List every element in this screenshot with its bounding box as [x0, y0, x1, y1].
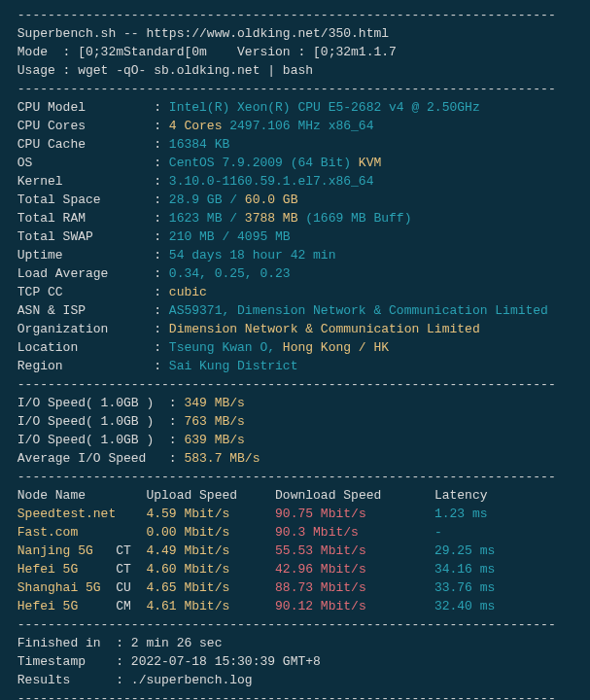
node-tag: [116, 507, 146, 521]
io-row: I/O Speed( 1.0GB ) : 349 MB/s: [10, 394, 580, 412]
sys-label: CPU Cores :: [10, 119, 169, 133]
node-tag: CT: [116, 543, 146, 558]
sys-label: Location :: [10, 340, 169, 355]
sys-row: Organization : Dimension Network & Commu…: [10, 320, 580, 338]
download-speed: 90.75 Mbit/s: [275, 507, 434, 521]
latency: -: [434, 525, 442, 540]
upload-speed: 4.59 Mbit/s: [146, 507, 275, 521]
speed-row: Shanghai 5G CU 4.65 Mbit/s 88.73 Mbit/s …: [10, 578, 580, 597]
sys-label: CPU Model :: [10, 100, 169, 115]
sys-value: 60.0 GB: [245, 192, 298, 207]
io-label: Average I/O Speed :: [10, 451, 184, 466]
io-label: I/O Speed( 1.0GB ) :: [10, 433, 184, 447]
latency: 33.76 ms: [434, 580, 495, 595]
sys-label: Total RAM :: [10, 211, 169, 226]
sys-row: ASN & ISP : AS59371, Dimension Network &…: [10, 301, 580, 320]
sys-value: 210 MB / 4095 MB: [169, 229, 291, 244]
sys-label: Load Average :: [10, 266, 169, 281]
sys-row: Region : Sai Kung District: [10, 357, 580, 375]
sys-row: TCP CC : cubic: [10, 283, 580, 301]
io-label: I/O Speed( 1.0GB ) :: [10, 414, 184, 429]
divider-line: ----------------------------------------…: [10, 615, 580, 634]
sys-value: Hong Kong / HK: [283, 340, 389, 355]
sys-value: CentOS 7.9.2009 (64 Bit): [169, 156, 351, 170]
sys-value: 0.34, 0.25, 0.23: [169, 266, 291, 281]
sys-label: OS :: [10, 156, 169, 170]
sys-row: Uptime : 54 days 18 hour 42 min: [10, 246, 580, 264]
download-speed: 55.53 Mbit/s: [275, 543, 434, 558]
speed-row: Speedtest.net 4.59 Mbit/s 90.75 Mbit/s 1…: [10, 505, 580, 523]
footer-value: 2022-07-18 15:30:39 GMT+8: [131, 654, 321, 669]
io-value: 639 MB/s: [184, 433, 244, 447]
footer-row: Timestamp : 2022-07-18 15:30:39 GMT+8: [10, 652, 580, 671]
latency: 29.25 ms: [434, 543, 495, 558]
sys-value: (1669 MB Buff): [297, 211, 411, 226]
speed-row: Hefei 5G CT 4.60 Mbit/s 42.96 Mbit/s 34.…: [10, 560, 580, 578]
footer-label: Timestamp :: [10, 654, 131, 669]
header-mode: Mode : [0;32mStandard[0m Version : [0;32…: [10, 43, 580, 61]
download-speed: 42.96 Mbit/s: [275, 562, 434, 577]
sys-label: Uptime :: [10, 248, 169, 262]
sys-label: Region :: [10, 359, 169, 373]
latency: 34.16 ms: [434, 562, 495, 577]
io-value: 763 MB/s: [184, 414, 244, 429]
sys-value: cubic: [169, 285, 207, 299]
footer-row: Finished in : 2 min 26 sec: [10, 634, 580, 652]
sys-value: 3.10.0-1160.59.1.el7.x86_64: [169, 174, 374, 189]
header-usage: Usage : wget -qO- sb.oldking.net | bash: [10, 61, 580, 80]
node-name: Shanghai 5G: [10, 580, 116, 595]
io-row: I/O Speed( 1.0GB ) : 639 MB/s: [10, 431, 580, 449]
footer-row: Results : ./superbench.log: [10, 671, 580, 689]
upload-speed: 4.49 Mbit/s: [146, 543, 275, 558]
speed-row: Nanjing 5G CT 4.49 Mbit/s 55.53 Mbit/s 2…: [10, 542, 580, 560]
node-tag: CT: [116, 562, 146, 577]
node-tag: CU: [116, 580, 146, 595]
sys-value: Intel(R) Xeon(R) CPU E5-2682 v4 @ 2.50GH…: [169, 100, 480, 115]
upload-speed: 4.60 Mbit/s: [146, 562, 275, 577]
io-label: I/O Speed( 1.0GB ) :: [10, 396, 184, 410]
sys-row: OS : CentOS 7.9.2009 (64 Bit) KVM: [10, 154, 580, 172]
io-value: 349 MB/s: [184, 396, 244, 410]
sys-value: 28.9 GB /: [169, 192, 245, 207]
footer-value: 2 min 26 sec: [131, 636, 223, 650]
node-name: Fast.com: [10, 525, 116, 540]
node-name: Hefei 5G: [10, 562, 116, 577]
download-speed: 90.3 Mbit/s: [275, 525, 434, 540]
sys-label: TCP CC :: [10, 285, 169, 299]
divider-line: ----------------------------------------…: [10, 689, 580, 700]
sys-row: Total SWAP : 210 MB / 4095 MB: [10, 228, 580, 246]
sys-row: Location : Tseung Kwan O, Hong Kong / HK: [10, 338, 580, 357]
sys-value: AS59371, Dimension Network & Communicati…: [169, 303, 548, 318]
header-title: Superbench.sh -- https://www.oldking.net…: [10, 24, 580, 43]
sys-label: Total SWAP :: [10, 229, 169, 244]
divider-line: ----------------------------------------…: [10, 375, 580, 394]
node-name: Nanjing 5G: [10, 543, 116, 558]
node-tag: CM: [116, 599, 146, 613]
io-row: Average I/O Speed : 583.7 MB/s: [10, 449, 580, 468]
speed-header: Node Name Upload Speed Download Speed La…: [10, 486, 580, 505]
speed-row: Hefei 5G CM 4.61 Mbit/s 90.12 Mbit/s 32.…: [10, 597, 580, 615]
download-speed: 88.73 Mbit/s: [275, 580, 434, 595]
sys-row: Total Space : 28.9 GB / 60.0 GB: [10, 191, 580, 209]
sys-value: 3788 MB: [245, 211, 298, 226]
speed-row: Fast.com 0.00 Mbit/s 90.3 Mbit/s -: [10, 523, 580, 542]
io-value: 583.7 MB/s: [184, 451, 260, 466]
sys-value: Dimension Network & Communication Limite…: [169, 322, 480, 336]
sys-value: 16384 KB: [169, 137, 229, 152]
sys-value: Sai Kung District: [169, 359, 298, 373]
upload-speed: 4.65 Mbit/s: [146, 580, 275, 595]
sys-row: Kernel : 3.10.0-1160.59.1.el7.x86_64: [10, 172, 580, 191]
sys-value: Tseung Kwan O,: [169, 340, 283, 355]
sys-value: 54 days 18 hour 42 min: [169, 248, 336, 262]
node-name: Speedtest.net: [10, 507, 116, 521]
node-tag: [116, 525, 146, 540]
sys-label: CPU Cache :: [10, 137, 169, 152]
download-speed: 90.12 Mbit/s: [275, 599, 434, 613]
sys-row: CPU Cache : 16384 KB: [10, 135, 580, 154]
upload-speed: 4.61 Mbit/s: [146, 599, 275, 613]
footer-label: Finished in :: [10, 636, 131, 650]
latency: 1.23 ms: [434, 507, 488, 521]
footer-label: Results :: [10, 673, 131, 687]
io-row: I/O Speed( 1.0GB ) : 763 MB/s: [10, 412, 580, 431]
divider-line: ----------------------------------------…: [10, 468, 580, 486]
